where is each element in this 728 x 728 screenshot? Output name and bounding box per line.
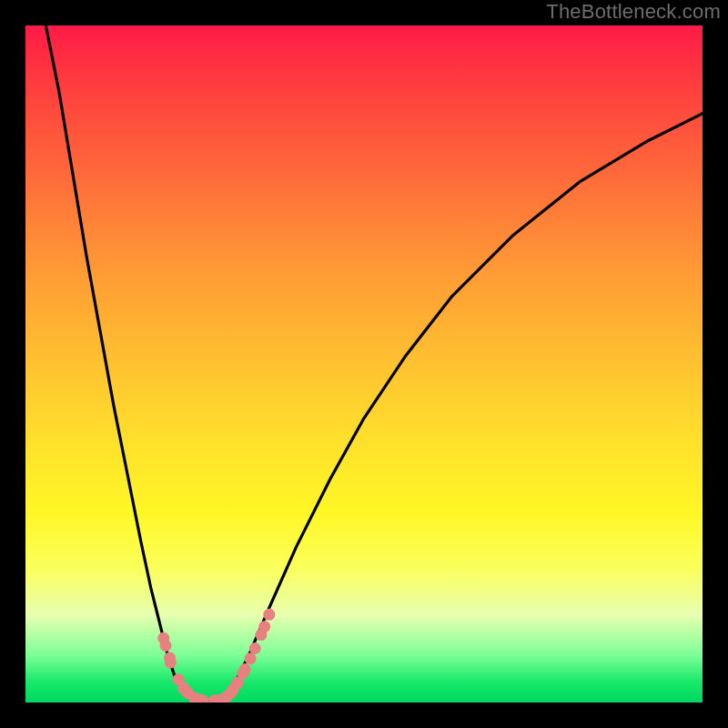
chart-frame: TheBottleneck.com [0,0,728,728]
data-point [258,621,270,632]
watermark-text: TheBottleneck.com [546,0,721,24]
data-point [239,663,251,675]
dots-layer [157,609,275,703]
chart-svg [25,25,703,703]
data-point [165,657,177,669]
data-point [160,640,172,652]
plot-area [25,25,703,703]
data-point [263,609,275,621]
curve-layer [46,25,703,702]
data-point [249,642,261,654]
data-point [245,652,257,664]
series-right-dots [208,609,275,703]
series-left-curve [46,25,195,701]
series-left-dots [157,632,208,703]
series-right-curve [222,114,703,701]
